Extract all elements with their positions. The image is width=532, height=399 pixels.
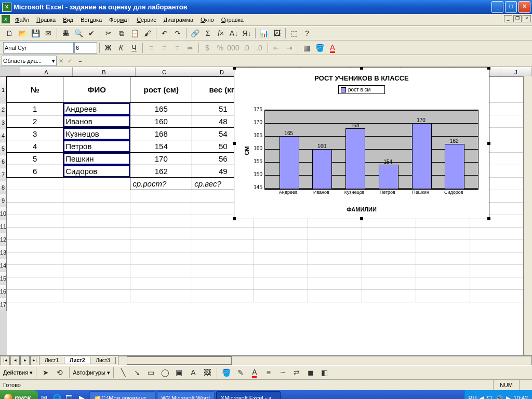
cell[interactable]	[130, 290, 192, 302]
cell[interactable]	[416, 228, 470, 240]
cell[interactable]	[7, 190, 63, 203]
sheet-tab-2[interactable]: Лист2	[64, 357, 90, 364]
new-button[interactable]: 🗋	[3, 27, 16, 39]
name-box[interactable]: Область диа...▾	[2, 56, 57, 66]
cell[interactable]: 2	[6, 115, 63, 128]
cell[interactable]	[308, 252, 362, 265]
quicklaunch-icon[interactable]: ▶	[75, 392, 88, 399]
cell[interactable]	[362, 265, 416, 277]
start-button[interactable]: пуск	[0, 390, 38, 399]
cell[interactable]	[308, 240, 362, 252]
chart-title[interactable]: РОСТ УЧЕНИКОВ В КЛАССЕ	[238, 74, 485, 82]
row-header[interactable]: 6	[0, 155, 7, 168]
cell[interactable]	[308, 290, 362, 302]
cell[interactable]: Сидоров	[63, 165, 130, 178]
cell[interactable]	[254, 265, 308, 277]
cell[interactable]	[7, 277, 63, 290]
chart-bar[interactable]	[280, 136, 299, 189]
menu-insert[interactable]: Вставка	[77, 16, 105, 24]
row-header[interactable]: 13	[0, 246, 7, 259]
font-color-button[interactable]: A	[326, 42, 339, 54]
cell[interactable]	[192, 277, 254, 290]
font-select[interactable]	[3, 42, 74, 54]
row-header[interactable]: 11	[0, 220, 7, 233]
row-header[interactable]: 16	[0, 285, 7, 298]
row-header[interactable]: 3	[0, 116, 7, 129]
email-button[interactable]: ✉	[42, 27, 55, 39]
select-objects-button[interactable]: ➤	[39, 366, 52, 379]
line-button[interactable]: ╲	[117, 366, 129, 379]
line-style-button[interactable]: ≡	[262, 366, 275, 379]
mdi-minimize-button[interactable]: _	[504, 15, 512, 22]
language-indicator[interactable]: RU	[469, 395, 477, 399]
cell[interactable]: 5	[6, 152, 63, 165]
tab-nav-first[interactable]: |◂	[1, 356, 10, 365]
cell[interactable]	[192, 290, 254, 302]
cell[interactable]	[63, 252, 130, 265]
row-header[interactable]: 5	[0, 142, 7, 155]
mdi-close-button[interactable]: ×	[523, 15, 531, 22]
menu-window[interactable]: Окно	[197, 16, 218, 24]
cell[interactable]	[416, 252, 470, 265]
row-header[interactable]: 2	[0, 103, 7, 116]
arrow-button[interactable]: ↘	[131, 366, 143, 379]
menu-file[interactable]: Файл	[11, 16, 33, 24]
row-header[interactable]: 8	[0, 181, 7, 194]
menu-view[interactable]: Вид	[59, 16, 77, 24]
cut-button[interactable]: ✂	[102, 27, 115, 39]
workbook-icon[interactable]: X	[2, 15, 10, 23]
row-header[interactable]: 9	[0, 194, 7, 207]
underline-button[interactable]: Ч	[128, 42, 140, 54]
spell-button[interactable]: ✔	[85, 27, 98, 39]
vertical-scrollbar[interactable]	[523, 76, 532, 355]
maximize-button[interactable]: □	[505, 1, 517, 13]
sheet-tab-1[interactable]: Лист1	[39, 357, 64, 364]
sort-desc-button[interactable]: Я↓	[241, 27, 253, 39]
chart-bar[interactable]	[412, 123, 432, 189]
menu-help[interactable]: Справка	[218, 16, 247, 24]
menu-diagram[interactable]: Диаграмма	[160, 16, 197, 24]
rotate-button[interactable]: ⟲	[54, 366, 66, 379]
row-header[interactable]: 15	[0, 272, 7, 285]
cell[interactable]	[362, 228, 416, 240]
menu-tools[interactable]: Сервис	[133, 16, 160, 24]
drawing-button[interactable]: 🖼	[271, 27, 283, 39]
print-button[interactable]: 🖶	[59, 27, 72, 39]
cell[interactable]	[362, 277, 416, 290]
chart-button[interactable]: 📊	[258, 27, 270, 39]
cell[interactable]	[130, 203, 192, 215]
open-button[interactable]: 📂	[16, 27, 29, 39]
clock[interactable]: 10:42	[513, 395, 528, 399]
3d-button[interactable]: ◧	[318, 366, 331, 379]
cell[interactable]	[416, 290, 470, 302]
chart-y-axis-label[interactable]: СМ	[244, 147, 250, 155]
cell[interactable]	[416, 277, 470, 290]
cell[interactable]: №	[6, 76, 63, 103]
row-header[interactable]: 1	[0, 77, 7, 103]
autoshapes-menu[interactable]: Автофигуры	[73, 369, 105, 376]
cell[interactable]	[308, 277, 362, 290]
column-header[interactable]: A	[20, 67, 73, 76]
taskbar-item-explorer[interactable]: 📁 С:\Мои документ...	[89, 391, 155, 399]
cell[interactable]	[63, 190, 130, 203]
cell[interactable]	[192, 228, 254, 240]
cell[interactable]	[308, 265, 362, 277]
column-header[interactable]: J	[500, 67, 532, 76]
cell[interactable]	[130, 228, 192, 240]
cell[interactable]	[254, 228, 308, 240]
tray-icon[interactable]: ◀	[480, 395, 484, 400]
enter-formula-button[interactable]: ✓	[65, 58, 74, 64]
cell[interactable]: 162	[130, 165, 192, 178]
tray-icon[interactable]: 🔊	[496, 395, 503, 400]
cell[interactable]	[130, 265, 192, 277]
cell[interactable]	[470, 228, 524, 240]
line-color-button[interactable]: ✎	[234, 366, 247, 379]
cell[interactable]	[362, 252, 416, 265]
cell[interactable]	[7, 240, 63, 252]
cell[interactable]: 6	[6, 165, 63, 178]
cell[interactable]	[254, 240, 308, 252]
shadow-button[interactable]: ◼	[304, 366, 317, 379]
preview-button[interactable]: 🔍	[72, 27, 85, 39]
horizontal-scrollbar[interactable]	[118, 356, 532, 365]
menu-edit[interactable]: Правка	[33, 16, 59, 24]
